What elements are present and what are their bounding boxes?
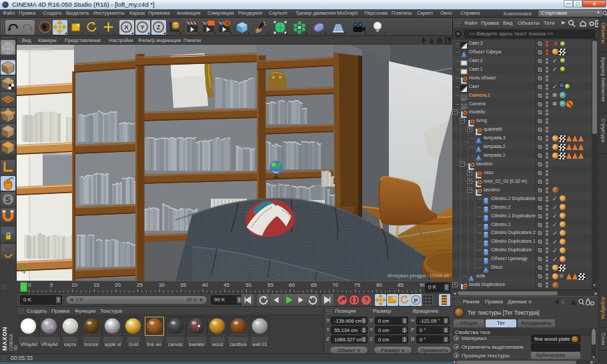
svg-text:Z: Z bbox=[18, 264, 21, 268]
svg-text:X: X bbox=[124, 23, 129, 31]
svg-text:S: S bbox=[5, 195, 11, 205]
svg-text:Интервал рендра : 10004 об: Интервал рендра : 10004 об bbox=[388, 273, 449, 279]
svg-text:Z: Z bbox=[157, 23, 161, 31]
svg-text:Y: Y bbox=[140, 23, 145, 31]
svg-text:?: ? bbox=[364, 297, 368, 304]
svg-text:P: P bbox=[414, 297, 418, 304]
svg-text:Перспектива: Перспектива bbox=[19, 46, 53, 53]
